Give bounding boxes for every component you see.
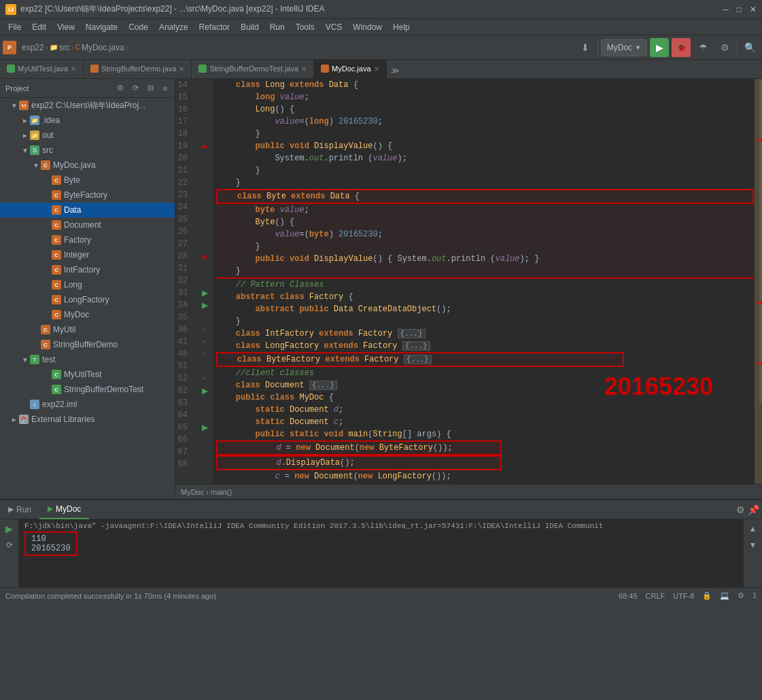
sidebar-item-byte[interactable]: C Byte	[0, 173, 175, 188]
sidebar-sync-icon[interactable]: ⟳	[128, 82, 142, 95]
sidebar-item-stringbufferdemo[interactable]: C StringBufferDemo	[0, 337, 175, 352]
event-log[interactable]: 1	[752, 592, 757, 599]
position-indicator[interactable]: 68:45	[619, 592, 638, 600]
menu-refactor[interactable]: Refactor	[194, 21, 235, 33]
tree-arrow-out[interactable]: ►	[22, 132, 30, 139]
sidebar-item-data[interactable]: C Data	[0, 203, 175, 217]
tab-icon-stringbufferdemotest	[198, 65, 207, 73]
menu-edit[interactable]: Edit	[27, 21, 52, 33]
tab-close-stringbufferdemotest[interactable]: ✕	[301, 65, 307, 73]
breadcrumb-sep1: ›	[46, 43, 48, 52]
sidebar-item-integer[interactable]: C Integer	[0, 247, 175, 262]
sidebar-item-src[interactable]: ▼ S src	[0, 143, 175, 158]
bottom-tab-mydoc[interactable]: ▶ MyDoc	[39, 500, 89, 519]
sidebar-item-factory[interactable]: C Factory	[0, 232, 175, 247]
settings-gear-icon[interactable]: ⚙	[736, 504, 745, 515]
tab-myutiltest[interactable]: MyUtilTest.java ✕	[0, 60, 84, 78]
tree-label-sbd: StringBufferDemo	[53, 340, 118, 349]
project-sidebar: Project ⚙ ⟳ ⊟ ≡ ▼ M exp22 C:\Users\锦年\Id…	[0, 79, 175, 499]
tab-mydoc[interactable]: MyDoc.java ✕	[314, 60, 386, 78]
tree-arrow-mydocjava[interactable]: ▼	[33, 162, 41, 169]
sidebar-collapse-icon[interactable]: ⊟	[143, 82, 157, 95]
scroll-down-btn[interactable]: ▼	[746, 538, 760, 552]
sidebar-item-sbdt[interactable]: C StringBufferDemoTest	[0, 382, 175, 397]
tree-arrow-src[interactable]: ▼	[22, 147, 30, 154]
menu-file[interactable]: File	[3, 21, 27, 33]
profile-button[interactable]: ⚙	[715, 38, 734, 57]
menu-run[interactable]: Run	[264, 21, 290, 33]
minimize-btn[interactable]: ─	[723, 5, 729, 14]
sidebar-item-intfactory[interactable]: C IntFactory	[0, 262, 175, 277]
right-scrollbar[interactable]	[754, 79, 762, 484]
tree-arrow-extlib[interactable]: ►	[11, 416, 19, 423]
breadcrumb-exp22[interactable]: exp22	[22, 43, 44, 52]
maximize-btn[interactable]: □	[737, 5, 742, 14]
tab-close-stringbufferdemo[interactable]: ✕	[179, 65, 184, 73]
breakpoint-28[interactable]: ●	[202, 250, 207, 262]
debug-button[interactable]: 🐞	[672, 38, 691, 57]
code-content[interactable]: class Long extends Data { long value; Lo…	[213, 79, 754, 484]
sidebar-item-mydocclass[interactable]: C MyDoc	[0, 307, 175, 322]
scroll-up-btn[interactable]: ▲	[746, 522, 760, 536]
menubar: File Edit View Navigate Code Analyze Ref…	[0, 19, 762, 35]
breadcrumb-mydoc[interactable]: MyDoc.java	[82, 43, 124, 52]
toolbar-separator-2	[737, 41, 738, 54]
bottom-right-icons: ⚙ 📌	[736, 504, 762, 515]
fold-52[interactable]: +	[203, 372, 206, 385]
bottom-tab-run[interactable]: ▶ Run	[0, 500, 39, 519]
fold-41[interactable]: +	[203, 336, 206, 348]
sidebar-item-document[interactable]: C Document	[0, 217, 175, 232]
run-arrow-33: ▶	[202, 287, 208, 299]
menu-view[interactable]: View	[52, 21, 80, 33]
run-button[interactable]: ▶	[650, 38, 669, 57]
sidebar-gear-icon[interactable]: ⚙	[114, 82, 127, 95]
menu-window[interactable]: Window	[347, 21, 387, 33]
tab-close-myutiltest[interactable]: ✕	[71, 65, 76, 73]
sidebar-item-iml[interactable]: i exp22.iml	[0, 397, 175, 412]
menu-build[interactable]: Build	[235, 21, 264, 33]
sidebar-item-mydocjava[interactable]: ▼ C MyDoc.java	[0, 158, 175, 173]
tree-arrow-idea[interactable]: ►	[22, 117, 30, 124]
menu-code[interactable]: Code	[123, 21, 154, 33]
tab-icon-stringbufferdemo	[90, 65, 99, 73]
breadcrumb-src[interactable]: src	[59, 43, 70, 52]
sidebar-item-myutil[interactable]: C MyUtil	[0, 322, 175, 337]
tree-label-integer: Integer	[64, 250, 89, 260]
rerun-btn[interactable]: ⟳	[3, 538, 16, 552]
menu-help[interactable]: Help	[387, 21, 415, 33]
fold-36[interactable]: +	[203, 323, 206, 336]
sidebar-item-test[interactable]: ▼ T test	[0, 352, 175, 367]
line-separator[interactable]: CRLF	[646, 592, 665, 600]
close-btn[interactable]: ✕	[750, 5, 757, 14]
sidebar-item-exp22[interactable]: ▼ M exp22 C:\Users\锦年\IdeaProj...	[0, 98, 175, 113]
notification-icon[interactable]: ⚙	[738, 591, 744, 600]
menu-tools[interactable]: Tools	[290, 21, 320, 33]
sidebar-item-bytefactory[interactable]: C ByteFactory	[0, 188, 175, 203]
search-icon[interactable]: 🔍	[740, 38, 759, 57]
sidebar-item-myutiltest[interactable]: C MyUtilTest	[0, 367, 175, 382]
config-dropdown[interactable]: MyDoc ▼	[601, 39, 647, 56]
sidebar-item-idea[interactable]: ► 📁 .idea	[0, 113, 175, 128]
update-icon[interactable]: ⬇	[576, 38, 595, 57]
tab-overflow[interactable]: ≫	[387, 63, 404, 78]
sidebar-item-out[interactable]: ► 📁 out	[0, 128, 175, 143]
tree-arrow-test[interactable]: ▼	[22, 356, 30, 364]
tab-stringbufferdemotest[interactable]: StringBufferDemoTest.java ✕	[192, 60, 314, 78]
sidebar-item-long[interactable]: C Long	[0, 277, 175, 292]
tree-icon-iml: i	[30, 400, 39, 409]
sidebar-item-longfactory[interactable]: C LongFactory	[0, 292, 175, 307]
run-play-btn[interactable]: ▶	[3, 522, 16, 536]
coverage-button[interactable]: ☂	[693, 38, 712, 57]
encoding[interactable]: UTF-8	[673, 592, 694, 600]
sidebar-item-extlib[interactable]: ► 📚 External Libraries	[0, 412, 175, 427]
tree-arrow-exp22[interactable]: ▼	[11, 102, 19, 109]
tab-stringbufferdemo[interactable]: StringBufferDemo.java ✕	[84, 60, 192, 78]
pin-icon[interactable]: 📌	[748, 504, 759, 515]
tab-close-mydoc[interactable]: ✕	[374, 65, 379, 73]
fold-46[interactable]: +	[203, 348, 206, 360]
sidebar-settings-icon[interactable]: ≡	[158, 82, 172, 95]
breakpoint-19[interactable]: ●	[202, 140, 207, 152]
menu-analyze[interactable]: Analyze	[154, 21, 194, 33]
menu-navigate[interactable]: Navigate	[80, 21, 123, 33]
menu-vcs[interactable]: VCS	[320, 21, 348, 33]
